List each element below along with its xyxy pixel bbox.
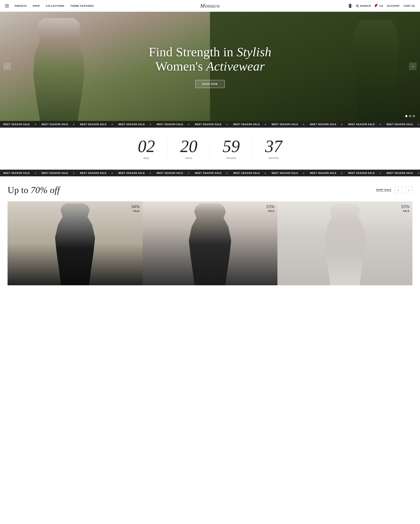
ticker-item: MEET SEASON SALE: [80, 172, 107, 174]
ticker-item: MEET SEASON SALE: [195, 172, 222, 174]
product-badge-2: 55% SALE: [266, 204, 274, 213]
hero-title-text2: Women's: [155, 59, 206, 73]
ticker-item: MEET SEASON SALE: [387, 123, 413, 126]
product-badge-1: 34% SALE: [131, 204, 140, 213]
ticker-item: MEET SEASON SALE: [348, 123, 375, 126]
nav-item-presets[interactable]: PRESETS: [15, 5, 27, 7]
nav-item-collections[interactable]: COLLECTIONS: [46, 5, 64, 7]
countdown-grid: 02 days 20 hours 59 minutes 37 seconds: [125, 138, 295, 159]
product-image-1: [8, 201, 143, 285]
svg-point-0: [356, 5, 358, 7]
ticker-bottom: MEET SEASON SALE MEET SEASON SALE MEET S…: [0, 170, 420, 176]
countdown-section: 02 days 20 hours 59 minutes 37 seconds: [0, 128, 420, 170]
products-prev-button[interactable]: ‹: [395, 187, 402, 194]
ticker-dot: [341, 173, 342, 174]
products-next-button[interactable]: ›: [405, 187, 412, 194]
account-button[interactable]: ACCOUNT: [387, 5, 400, 7]
sale-header: Up to 70% off SHOP SALE ‹ ›: [8, 185, 412, 195]
countdown-days: 02 days: [125, 138, 167, 159]
search-icon: [356, 4, 359, 7]
search-button[interactable]: SEARCH: [356, 4, 371, 7]
ticker-item: MEET SEASON SALE: [157, 123, 183, 126]
badge-sale-3: SALE: [403, 210, 410, 212]
hero-dots: [405, 115, 415, 117]
countdown-seconds-label: seconds: [265, 157, 282, 159]
ticker-dot: [227, 173, 228, 174]
product-card-2[interactable]: 55% SALE: [143, 201, 278, 285]
badge-percent-2: 55%: [266, 204, 274, 209]
dark-mode-toggle[interactable]: [348, 4, 352, 8]
sale-title: Up to 70% off: [8, 185, 60, 195]
ticker-dot: [380, 173, 381, 174]
ticker-item: MEET SEASON SALE: [271, 172, 298, 174]
hero-title-italic1: Stylish: [237, 45, 271, 59]
hero-next-button[interactable]: ›: [409, 62, 417, 70]
ticker-item: MEET SEASON SALE: [233, 123, 260, 126]
ticker-item: MEET SEASON SALE: [157, 172, 183, 174]
ticker-dot: [380, 124, 381, 125]
ticker-dot: [227, 124, 228, 125]
flag-icon: [375, 4, 378, 8]
ticker-item: MEET SEASON SALE: [42, 123, 68, 126]
nav-left: PRESETS SHOP COLLECTIONS THEME FEATURES: [5, 4, 94, 7]
hero-title-text1: Find Strength in: [149, 45, 237, 59]
sale-title-prefix: Up to: [8, 185, 31, 195]
hero-dot-3[interactable]: [413, 115, 415, 117]
product-card-1[interactable]: 34% SALE: [8, 201, 143, 285]
products-next-icon: ›: [408, 188, 409, 192]
badge-percent-3: 55%: [401, 204, 410, 209]
ticker-item: MEET SEASON SALE: [310, 123, 337, 126]
model-silhouette-3: [316, 203, 375, 285]
dark-mode-icon: [349, 4, 351, 8]
ticker-dot: [73, 124, 74, 125]
product-card-3[interactable]: 55% SALE: [277, 201, 412, 285]
product-image-2: [143, 201, 278, 285]
nav-item-theme-features[interactable]: THEME FEATURES: [70, 5, 94, 7]
product-badge-3: 55% SALE: [401, 204, 410, 213]
countdown-hours-label: hours: [180, 157, 197, 159]
hamburger-button[interactable]: [5, 4, 9, 7]
hero-prev-icon: ‹: [7, 64, 8, 69]
countdown-minutes: 59 minutes: [210, 138, 253, 159]
hero-cta-button[interactable]: SHOP NOW: [195, 80, 225, 88]
hero-title: Find Strength in Stylish Women's Activew…: [149, 45, 271, 73]
ticker-dot: [303, 124, 304, 125]
ticker-inner-top: MEET SEASON SALE MEET SEASON SALE MEET S…: [0, 123, 420, 126]
ticker-item: MEET SEASON SALE: [3, 172, 30, 174]
ticker-dot: [188, 173, 189, 174]
badge-sale-1: SALE: [133, 210, 140, 212]
ticker-dot: [35, 173, 36, 174]
cart-button[interactable]: CART (0): [404, 5, 415, 7]
ticker-dot: [188, 124, 189, 125]
nav-right: SEARCH CA ACCOUNT CART (0): [348, 4, 415, 8]
ticker-inner-bottom: MEET SEASON SALE MEET SEASON SALE MEET S…: [0, 172, 420, 174]
model-silhouette-2: [181, 203, 239, 285]
hero-section: Find Strength in Stylish Women's Activew…: [0, 12, 420, 121]
hero-content: Find Strength in Stylish Women's Activew…: [149, 45, 271, 88]
ticker-item: MEET SEASON SALE: [80, 123, 107, 126]
navbar: PRESETS SHOP COLLECTIONS THEME FEATURES …: [0, 0, 420, 12]
ticker-dot: [73, 173, 74, 174]
hero-prev-button[interactable]: ‹: [3, 62, 11, 70]
ticker-item: MEET SEASON SALE: [118, 123, 145, 126]
hero-dot-2[interactable]: [409, 115, 411, 117]
shop-sale-link[interactable]: SHOP SALE: [376, 189, 391, 192]
product-grid: 34% SALE 55% SALE 55% SALE: [8, 201, 412, 285]
products-prev-icon: ‹: [398, 188, 399, 192]
sale-title-italic: 70% off: [31, 185, 60, 195]
ticker-item: MEET SEASON SALE: [348, 172, 375, 174]
countdown-days-label: days: [138, 157, 155, 159]
locale-selector[interactable]: CA: [375, 4, 383, 8]
hero-dot-1[interactable]: [405, 115, 407, 117]
countdown-minutes-value: 59: [223, 138, 240, 155]
badge-sale-2: SALE: [268, 210, 275, 212]
ticker-item: MEET SEASON SALE: [271, 123, 298, 126]
nav-item-shop[interactable]: SHOP: [33, 5, 40, 7]
sale-section: Up to 70% off SHOP SALE ‹ › 34% SALE: [0, 176, 420, 285]
ticker-dot: [35, 124, 36, 125]
model-silhouette-1: [45, 203, 104, 285]
countdown-seconds: 37 seconds: [253, 138, 295, 159]
ticker-dot: [418, 124, 419, 125]
site-logo[interactable]: Monaco: [200, 3, 220, 9]
hero-title-italic2: Activewear: [206, 59, 265, 73]
